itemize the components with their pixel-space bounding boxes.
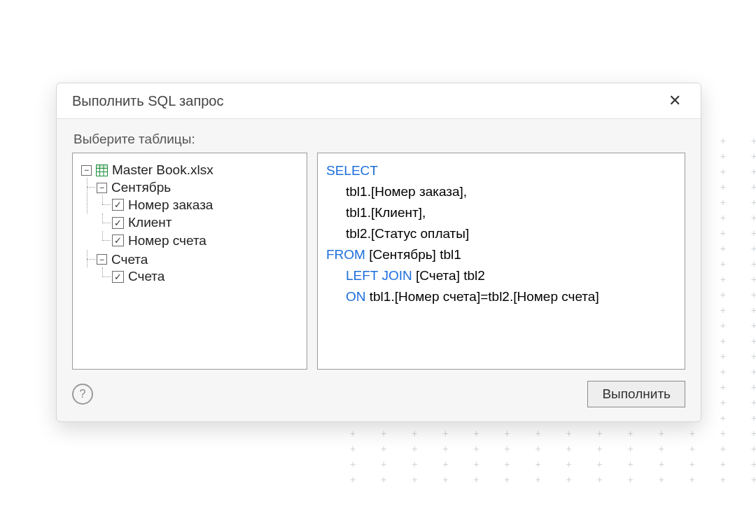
tree-file-label: Master Book.xlsx: [112, 162, 214, 178]
sql-select-col: tbl1.[Клиент],: [326, 202, 676, 223]
close-icon[interactable]: ✕: [664, 92, 685, 110]
tree-column-label: Номер счета: [128, 233, 206, 248]
sql-editor[interactable]: SELECT tbl1.[Номер заказа], tbl1.[Клиент…: [317, 153, 685, 370]
excel-file-icon: [96, 164, 108, 176]
sql-keyword-select: SELECT: [326, 163, 378, 178]
sql-keyword-join: LEFT JOIN: [346, 268, 412, 283]
tables-tree[interactable]: Master Book.xlsx Сентябрь: [72, 153, 307, 370]
tree-sheet-label: Счета: [111, 252, 148, 267]
sql-keyword-from: FROM: [326, 247, 365, 262]
dialog-title: Выполнить SQL запрос: [72, 93, 223, 109]
tree-toggle-sheet-1[interactable]: [97, 254, 107, 265]
tree-sheet-label: Сентябрь: [111, 180, 171, 195]
titlebar: Выполнить SQL запрос ✕: [57, 83, 701, 119]
sql-join-clause: [Счета] tbl2: [412, 268, 485, 283]
tree-column-label: Счета: [128, 269, 164, 284]
sql-select-col: tbl2.[Статус оплаты]: [326, 223, 676, 244]
tree-column-label: Клиент: [128, 215, 172, 230]
tree-toggle-sheet-0[interactable]: [97, 183, 107, 193]
help-icon[interactable]: ?: [72, 384, 93, 405]
tree-column-checkbox[interactable]: [112, 234, 124, 246]
tree-column-label: Номер заказа: [128, 197, 213, 213]
tree-column-checkbox[interactable]: [112, 199, 124, 211]
sql-select-col: tbl1.[Номер заказа],: [326, 181, 676, 202]
tree-column-checkbox[interactable]: [112, 217, 124, 229]
run-button[interactable]: Выполнить: [587, 381, 685, 407]
tree-toggle-file[interactable]: [81, 165, 92, 176]
tree-column-checkbox[interactable]: [112, 271, 124, 283]
tables-prompt: Выберите таблицы:: [74, 132, 685, 147]
svg-rect-5: [97, 164, 108, 168]
sql-on-clause: tbl1.[Номер счета]=tbl2.[Номер счета]: [366, 289, 599, 304]
sql-dialog: Выполнить SQL запрос ✕ Выберите таблицы:: [56, 83, 701, 422]
sql-from-clause: [Сентябрь] tbl1: [365, 247, 461, 262]
sql-keyword-on: ON: [346, 289, 366, 304]
